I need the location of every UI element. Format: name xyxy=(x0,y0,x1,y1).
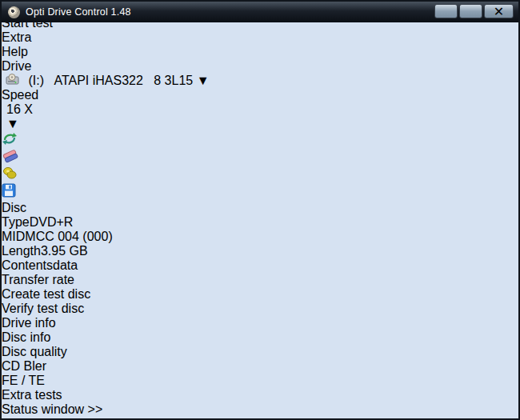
drive-select[interactable]: (I:) ATAPI iHAS322 8 3L15 ▼ xyxy=(2,74,219,88)
sidebar-item-create-test-disc[interactable]: Create test disc xyxy=(2,287,518,302)
sidebar-item-label: Create test disc xyxy=(2,287,90,301)
speed-label: Speed xyxy=(2,88,38,102)
disc-info-value: DVD+R xyxy=(30,215,74,229)
disc-info-row: TypeDVD+R xyxy=(2,215,518,230)
erase-disc-button[interactable] xyxy=(2,149,518,166)
refresh-icon xyxy=(2,131,18,146)
main-header: Disc quality xyxy=(2,417,518,420)
maximize-button[interactable] xyxy=(459,4,482,18)
disc-panel-title: Disc xyxy=(2,201,518,215)
sidebar: Disc TypeDVD+RMIDMCC 004 (000)Length3.95… xyxy=(2,201,518,417)
disc-info-panel: Disc TypeDVD+RMIDMCC 004 (000)Length3.95… xyxy=(2,201,518,273)
disc-info-label: Contents xyxy=(2,258,53,272)
eject-button[interactable] xyxy=(2,166,518,183)
app-window: Opti Drive Control 1.48 ✕ FileStart test… xyxy=(0,0,520,420)
sidebar-item-verify-test-disc[interactable]: Verify test disc xyxy=(2,302,518,316)
disc-info-value: data xyxy=(53,258,78,272)
eject-icon xyxy=(2,166,18,180)
eraser-icon xyxy=(2,149,19,163)
save-button[interactable] xyxy=(2,183,518,201)
sidebar-item-label: Extra tests xyxy=(2,388,62,402)
speed-select[interactable]: 16 X ▼ xyxy=(2,102,43,131)
save-icon xyxy=(2,183,16,198)
refresh-button[interactable] xyxy=(2,131,518,149)
drive-label: Drive xyxy=(2,59,31,73)
disc-info-label: Length xyxy=(2,244,41,258)
status-window-button[interactable]: Status window >> xyxy=(2,402,518,417)
disc-info-value: MCC 004 (000) xyxy=(25,230,112,243)
sidebar-item-label: Transfer rate xyxy=(2,273,74,286)
drive-select-value: (I:) ATAPI iHAS322 8 3L15 xyxy=(28,74,193,87)
close-button[interactable]: ✕ xyxy=(484,4,514,18)
sidebar-item-label: Disc quality xyxy=(2,345,67,358)
toolbar: Drive (I:) ATAPI iHAS322 8 3L15 ▼ Speed … xyxy=(2,59,518,201)
chevron-down-icon: ▼ xyxy=(6,117,19,130)
app-icon xyxy=(8,6,20,18)
sidebar-item-label: FE / TE xyxy=(2,374,45,387)
sidebar-item-transfer-rate[interactable]: Transfer rate xyxy=(2,273,518,287)
disc-info-value: 3.95 GB xyxy=(41,244,88,258)
drive-icon xyxy=(6,74,20,85)
sidebar-item-disc-quality[interactable]: Disc quality xyxy=(2,345,518,359)
minimize-button[interactable] xyxy=(434,4,458,18)
disc-info-label: MID xyxy=(2,230,25,243)
sidebar-item-drive-info[interactable]: Drive info xyxy=(2,316,518,330)
disc-info-row: Contentsdata xyxy=(2,258,518,273)
sidebar-item-cd-bler[interactable]: CD Bler xyxy=(2,359,518,374)
sidebar-item-label: Drive info xyxy=(2,316,56,330)
sidebar-item-label: Disc info xyxy=(2,330,50,344)
window-title: Opti Drive Control 1.48 xyxy=(26,6,131,18)
sidebar-item-extra-tests[interactable]: Extra tests xyxy=(2,388,518,402)
menu-item-help[interactable]: Help xyxy=(2,45,518,59)
close-icon: ✕ xyxy=(494,4,504,19)
title-bar: Opti Drive Control 1.48 ✕ xyxy=(2,2,518,22)
disc-info-row: Length3.95 GB xyxy=(2,244,518,258)
disc-info-row: MIDMCC 004 (000) xyxy=(2,230,518,244)
sidebar-item-fe-te[interactable]: FE / TE xyxy=(2,374,518,388)
page-title: Disc quality xyxy=(2,417,518,420)
sidebar-item-disc-info[interactable]: Disc info xyxy=(2,330,518,345)
sidebar-item-label: CD Bler xyxy=(2,359,46,373)
chevron-down-icon: ▼ xyxy=(197,74,210,87)
speed-select-value: 16 X xyxy=(6,102,33,116)
sidebar-item-label: Verify test disc xyxy=(2,302,84,315)
disc-info-label: Type xyxy=(2,215,30,229)
menu-item-extra[interactable]: Extra xyxy=(2,30,518,45)
